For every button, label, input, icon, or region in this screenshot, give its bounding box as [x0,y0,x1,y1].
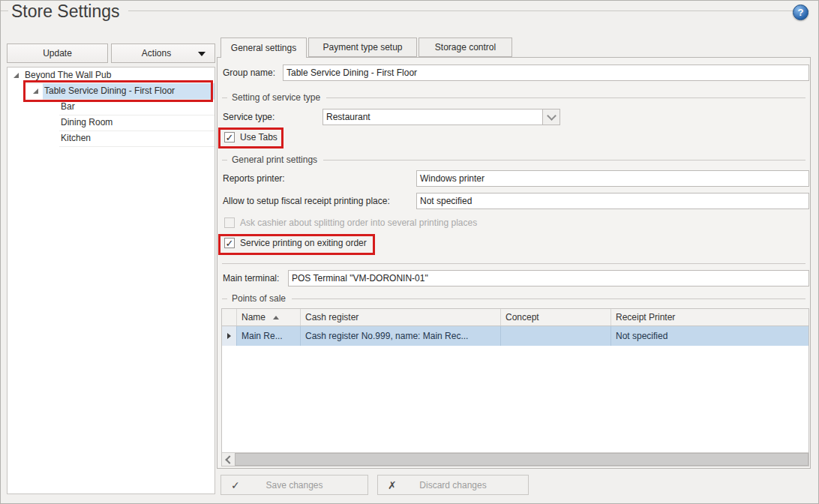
tree-node-root[interactable]: Beyond The Wall Pub [8,68,214,83]
check-icon: ✓ [231,479,240,491]
service-printing-checkbox[interactable]: ✓ Service printing on exiting order [224,238,367,248]
tree-node-label: Beyond The Wall Pub [23,68,214,84]
grid-indicator-header [222,309,237,326]
grid-header-name[interactable]: Name [237,309,301,326]
discard-changes-label: Discard changes [419,480,486,490]
checkbox-unchecked-icon [224,218,235,228]
actions-button-label: Actions [142,48,171,58]
sort-ascending-icon [273,316,279,320]
cell-receipt-printer: Not specified [611,326,808,346]
table-row[interactable]: Main Re... Cash register No.999, name: M… [222,326,808,346]
store-tree: Beyond The Wall Pub Table Service Dining… [7,67,215,494]
tab-payment-type-setup[interactable]: Payment type setup [308,38,417,57]
row-indicator-cell [222,326,237,346]
grid-header-concept[interactable]: Concept [501,309,611,326]
main-terminal-label: Main terminal: [223,270,279,286]
section-title-text: Setting of service type [232,92,320,103]
section-title-text: General print settings [232,154,317,165]
checkbox-checked-icon: ✓ [224,238,235,248]
reports-printer-value: Windows printer [420,173,484,184]
column-header-label: Cash register [305,312,358,322]
tree-node-label: Dining Room [59,115,214,131]
reports-printer-label: Reports printer: [223,170,285,187]
dropdown-button[interactable] [542,110,560,124]
scroll-left-button[interactable] [222,453,235,466]
chevron-down-icon [547,111,556,121]
section-title-text: Points of sale [232,293,286,304]
tree-expander-icon[interactable] [14,73,19,78]
service-type-section-title: Setting of service type [222,92,806,103]
tree-expander-icon[interactable] [33,88,38,94]
reports-printer-input[interactable]: Windows printer [416,170,809,187]
use-tabs-label: Use Tabs [240,132,278,142]
scrollbar-thumb[interactable] [235,453,808,466]
tree-node-selected[interactable]: Table Service Dining - First Floor [8,83,214,99]
fiscal-place-value: Not specified [420,196,472,206]
general-settings-panel: Group name: Table Service Dining - First… [217,57,811,469]
ask-cashier-checkbox: Ask cashier about splitting order into s… [224,218,477,228]
update-button[interactable]: Update [7,44,108,63]
ask-cashier-label: Ask cashier about splitting order into s… [240,218,477,228]
group-name-value: Table Service Dining - First Floor [286,68,417,78]
fiscal-place-input[interactable]: Not specified [416,193,809,209]
tree-node-label: Kitchen [59,130,214,147]
update-button-label: Update [43,48,72,58]
title-border-line [1,10,8,11]
cell-cash-register: Cash register No.999, name: Main Rec... [301,326,501,346]
service-printing-label: Service printing on exiting order [240,238,367,248]
service-type-combobox[interactable]: Restaurant [322,109,560,125]
save-changes-label: Save changes [266,480,322,490]
group-name-label: Group name: [223,64,275,81]
use-tabs-checkbox[interactable]: ✓ Use Tabs [224,132,278,142]
service-type-label: Service type: [223,109,274,125]
cell-name: Main Re... [237,326,301,346]
fiscal-place-label: Allow to setup fiscal receipt printing p… [223,193,390,209]
grid-header-cash-register[interactable]: Cash register [301,309,501,326]
column-header-label: Receipt Printer [616,312,675,322]
service-type-value: Restaurant [326,112,370,122]
tree-node-kitchen[interactable]: Kitchen [8,130,214,146]
tree-node-label: Bar [59,99,214,116]
grid-empty-area [222,346,808,452]
tab-storage-control[interactable]: Storage control [418,38,512,57]
chevron-down-icon [198,52,206,56]
actions-button[interactable]: Actions [111,44,215,63]
chevron-left-icon [225,455,233,464]
main-terminal-value: POS Terminal "VM-DORONIN-01" [292,273,428,284]
points-of-sale-section-title: Points of sale [222,293,806,304]
tree-node-dining-room[interactable]: Dining Room [8,115,214,130]
tree-node-bar[interactable]: Bar [8,99,214,115]
tab-label: Payment type setup [322,42,402,52]
grid-header-row: Name Cash register Concept Receipt Print… [222,309,808,326]
print-settings-section-title: General print settings [222,154,806,165]
tab-label: General settings [231,43,296,53]
grid-header-receipt-printer[interactable]: Receipt Printer [611,309,808,326]
cell-concept [501,326,611,346]
store-settings-window: Store Settings ? Update Actions Beyond T… [0,0,819,504]
tree-node-label: Table Service Dining - First Floor [43,83,214,100]
column-header-label: Concept [506,312,539,322]
points-of-sale-grid: Name Cash register Concept Receipt Print… [221,308,809,466]
row-indicator-icon [227,333,231,339]
discard-changes-button[interactable]: ✗ Discard changes [377,475,529,495]
tab-general-settings[interactable]: General settings [220,38,307,58]
x-icon: ✗ [388,479,397,491]
column-header-label: Name [242,312,266,322]
separator-line [222,263,806,264]
help-icon[interactable]: ? [793,4,808,20]
tab-label: Storage control [435,42,496,52]
save-changes-button[interactable]: ✓ Save changes [220,475,368,495]
title-border-line [128,10,809,11]
checkbox-checked-icon: ✓ [224,132,235,142]
main-terminal-input[interactable]: POS Terminal "VM-DORONIN-01" [288,270,809,286]
page-title: Store Settings [11,2,119,22]
group-name-input[interactable]: Table Service Dining - First Floor [283,64,809,81]
horizontal-scrollbar[interactable] [222,452,808,466]
